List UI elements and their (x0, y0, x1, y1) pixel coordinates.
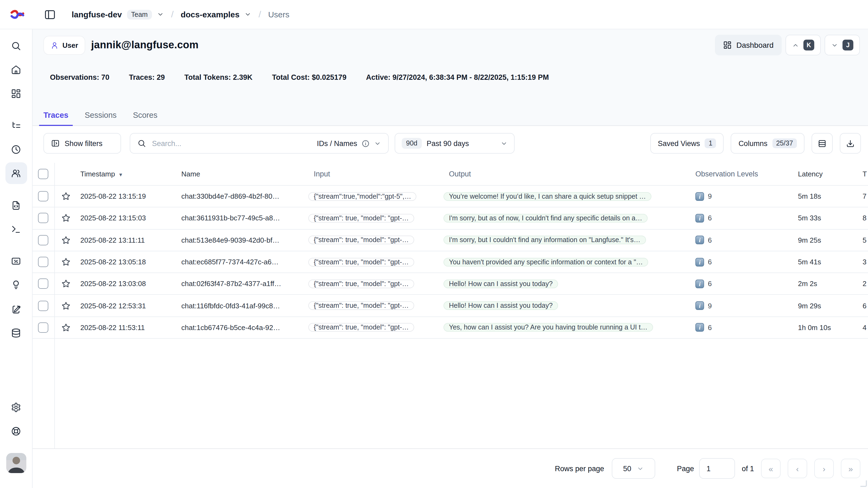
user-avatar[interactable] (6, 453, 26, 473)
row-height-button[interactable] (811, 133, 833, 154)
saved-views-button[interactable]: Saved Views 1 (650, 133, 724, 154)
home-icon[interactable] (5, 59, 27, 80)
sidebar-toggle-icon[interactable] (44, 8, 56, 20)
trace-name[interactable]: chat:116fbfdc-0fd3-41af-99c8… (181, 302, 308, 310)
columns-button[interactable]: Columns 25/37 (731, 133, 805, 154)
trace-output-preview[interactable]: I'm sorry, but as of now, I couldn't fin… (443, 214, 648, 222)
first-page-button[interactable]: « (761, 459, 781, 478)
trace-output-preview[interactable]: I'm sorry, but I couldn't find any infor… (443, 236, 646, 244)
trace-name[interactable]: chat:330bd4e7-d869-4b2f-80… (181, 192, 308, 200)
table-row[interactable]: 2025-08-22 12:53:31 chat:116fbfdc-0fd3-4… (33, 295, 868, 317)
trace-output-preview[interactable]: Yes, how can I assist you? Are you havin… (443, 323, 653, 332)
trace-name[interactable]: chat:02f63f47-87b2-4377-a1ff… (181, 280, 308, 288)
page-header: User jannik@langfuse.com Dashboard K J (33, 29, 868, 126)
tab-sessions[interactable]: Sessions (80, 111, 121, 126)
trace-input-preview[interactable]: {"stream": true, "model": "gpt-… (308, 323, 414, 332)
row-checkbox[interactable] (38, 301, 48, 311)
column-header-name[interactable]: Name (181, 170, 308, 178)
trace-timestamp[interactable]: 2025-08-22 13:03:08 (80, 280, 181, 288)
last-page-button[interactable]: » (841, 459, 860, 478)
rows-per-page-select[interactable]: 50 (612, 458, 655, 479)
dashboard-button[interactable]: Dashboard (715, 35, 782, 55)
trace-timestamp[interactable]: 2025-08-22 12:53:31 (80, 302, 181, 310)
trace-input-preview[interactable]: {"stream": true, "model": "gpt-… (308, 301, 414, 310)
annotation-clipboard-icon[interactable] (5, 298, 27, 320)
bookmark-star-icon[interactable] (54, 301, 80, 310)
trace-timestamp[interactable]: 2025-08-22 13:05:18 (80, 258, 181, 266)
trace-input-preview[interactable]: {"stream": true, "model": "gpt-… (308, 279, 414, 288)
export-button[interactable] (840, 133, 861, 154)
org-switcher-chevron-icon[interactable] (157, 11, 164, 18)
column-header-clipped[interactable]: T (863, 170, 868, 178)
trace-timestamp[interactable]: 2025-08-22 11:53:11 (80, 324, 181, 332)
bookmark-star-icon[interactable] (54, 257, 80, 267)
column-header-output[interactable]: Output (443, 170, 691, 178)
column-header-observation-levels[interactable]: Observation Levels (691, 170, 798, 178)
breadcrumb-org[interactable]: langfuse-dev (72, 10, 122, 19)
breadcrumb-project[interactable]: docs-examples (181, 10, 240, 19)
prompts-icon[interactable] (5, 194, 27, 216)
navigate-down-button[interactable]: J (825, 35, 860, 55)
support-lifebuoy-icon[interactable] (5, 420, 27, 442)
trace-name[interactable]: chat:ec685f77-7374-427c-a6… (181, 258, 308, 266)
search-scope-dropdown[interactable]: IDs / Names (317, 139, 381, 147)
bookmark-star-icon[interactable] (54, 192, 80, 201)
row-checkbox[interactable] (38, 235, 48, 245)
trace-name[interactable]: chat:513e84e9-9039-42d0-bf… (181, 236, 308, 244)
next-page-button[interactable]: › (814, 459, 834, 478)
bookmark-star-icon[interactable] (54, 235, 80, 245)
show-filters-button[interactable]: Show filters (43, 133, 121, 154)
table-row[interactable]: 2025-08-22 13:15:03 chat:3611931b-bc77-4… (33, 208, 868, 230)
trace-input-preview[interactable]: {"stream": true, "model": "gpt-… (308, 257, 414, 266)
trace-name[interactable]: chat:1cb67476-b5ce-4c4a-92… (181, 324, 308, 332)
table-row[interactable]: 2025-08-22 13:15:19 chat:330bd4e7-d869-4… (33, 186, 868, 208)
trace-name[interactable]: chat:3611931b-bc77-49c5-a8… (181, 214, 308, 222)
trace-output-preview[interactable]: Hello! How can I assist you today? (443, 301, 558, 310)
datasets-database-icon[interactable] (5, 322, 27, 344)
users-icon[interactable] (5, 162, 27, 184)
row-checkbox[interactable] (38, 279, 48, 289)
search-input[interactable] (151, 139, 312, 148)
table-row[interactable]: 2025-08-22 13:05:18 chat:ec685f77-7374-4… (33, 251, 868, 273)
column-header-input[interactable]: Input (308, 170, 443, 178)
trace-output-preview[interactable]: You’re welcome! If you’d like, I can sha… (443, 192, 651, 201)
trace-timestamp[interactable]: 2025-08-22 13:15:19 (80, 192, 181, 200)
trace-timestamp[interactable]: 2025-08-22 13:15:03 (80, 214, 181, 222)
settings-gear-icon[interactable] (5, 396, 27, 418)
trace-output-preview[interactable]: You haven't provided any specific inform… (443, 257, 648, 266)
evaluation-icon[interactable] (5, 250, 27, 272)
row-checkbox[interactable] (38, 213, 48, 223)
llm-judge-lightbulb-icon[interactable] (5, 274, 27, 295)
column-header-timestamp[interactable]: Timestamp▼ (80, 170, 181, 178)
row-checkbox[interactable] (38, 323, 48, 333)
search-box[interactable]: IDs / Names (130, 133, 389, 154)
select-all-checkbox[interactable] (38, 169, 48, 179)
table-row[interactable]: 2025-08-22 11:53:11 chat:1cb67476-b5ce-4… (33, 317, 868, 339)
table-row[interactable]: 2025-08-22 13:03:08 chat:02f63f47-87b2-4… (33, 273, 868, 295)
trace-input-preview[interactable]: {"stream": true, "model": "gpt-… (308, 214, 414, 222)
bookmark-star-icon[interactable] (54, 279, 80, 288)
playground-terminal-icon[interactable] (5, 218, 27, 240)
trace-timestamp[interactable]: 2025-08-22 13:11:11 (80, 236, 181, 244)
date-range-dropdown[interactable]: 90d Past 90 days (395, 133, 515, 154)
org-plan-badge: Team (127, 9, 152, 19)
bookmark-star-icon[interactable] (54, 323, 80, 332)
tab-scores[interactable]: Scores (129, 111, 162, 126)
table-row[interactable]: 2025-08-22 13:11:11 chat:513e84e9-9039-4… (33, 230, 868, 251)
search-icon[interactable] (5, 35, 27, 57)
tab-traces[interactable]: Traces (39, 111, 73, 126)
sessions-clock-icon[interactable] (5, 139, 27, 160)
bookmark-star-icon[interactable] (54, 214, 80, 223)
trace-input-preview[interactable]: {"stream": true, "model": "gpt-… (308, 236, 414, 244)
trace-input-preview[interactable]: {"stream":true,"model":"gpt-5",… (308, 192, 416, 201)
row-checkbox[interactable] (38, 257, 48, 267)
dashboards-icon[interactable] (5, 83, 27, 104)
navigate-up-button[interactable]: K (785, 35, 821, 55)
tracing-icon[interactable] (5, 115, 27, 136)
trace-output-preview[interactable]: Hello! How can I assist you today? (443, 279, 558, 288)
project-switcher-chevron-icon[interactable] (244, 11, 251, 18)
previous-page-button[interactable]: ‹ (788, 459, 807, 478)
page-number-input[interactable] (700, 458, 735, 479)
row-checkbox[interactable] (38, 191, 48, 202)
column-header-latency[interactable]: Latency (798, 170, 863, 178)
